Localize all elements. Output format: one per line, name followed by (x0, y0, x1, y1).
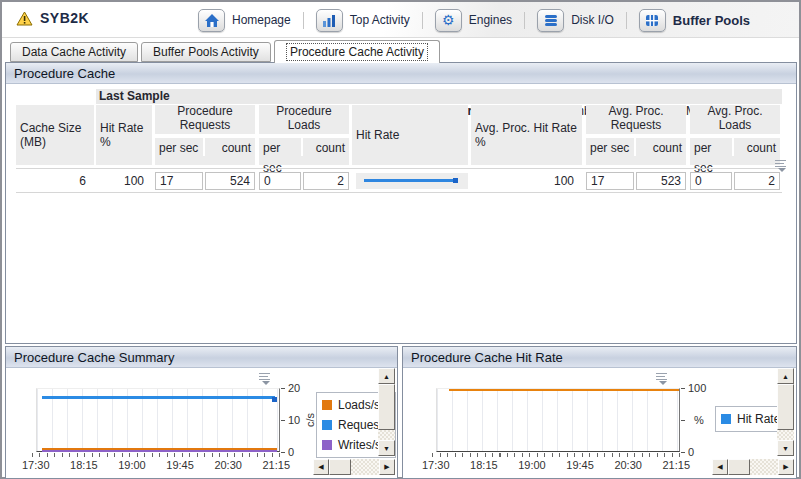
nav-item-disk-io[interactable]: Disk I/O (537, 9, 614, 32)
y-tick (681, 388, 685, 389)
legend-swatch (721, 414, 731, 424)
nav-label: Homepage (232, 13, 291, 27)
bar-chart-icon (316, 9, 343, 32)
subheader-count: count (303, 136, 349, 156)
scroll-up-button[interactable]: ▲ (777, 368, 794, 384)
col-header-avg-hit-rate: Avg. Proc. Hit Rate % (471, 105, 582, 165)
procedure-cache-table: Last Sample Time Range Period: Monday, N… (16, 89, 782, 195)
legend-label: Writes/s (338, 438, 381, 452)
tab-data-cache-activity[interactable]: Data Cache Activity (10, 42, 138, 62)
nav-item-engines[interactable]: ⚙ Engines (435, 9, 512, 32)
application-window: SYB2K Homepage (0, 0, 801, 479)
y-tick-label: 10 (288, 414, 300, 426)
procedure-cache-hit-rate-panel: Procedure Cache Hit Rate 100 0 % 17:30 1… (402, 346, 797, 479)
horizontal-scrollbar[interactable]: ◀ ▶ (712, 459, 794, 475)
scrollbar-thumb[interactable] (329, 459, 351, 475)
cell-hit-rate: 100 (96, 171, 152, 191)
subheader-per-sec: per sec (259, 136, 301, 156)
row-divider (16, 192, 782, 193)
summary-chart: 20 10 0 c/s 17:30 18:15 19:00 19:45 20:3… (6, 368, 397, 478)
scrollbar-thumb[interactable] (378, 384, 395, 430)
table-menu-icon[interactable] (774, 159, 788, 172)
x-tick-label: 21:15 (662, 459, 690, 471)
main-navigation: Homepage Top Activity ⚙ Engines (198, 2, 750, 38)
scrollbar-track[interactable] (378, 430, 395, 440)
panel-title: Procedure Cache Hit Rate (403, 347, 796, 368)
vertical-scrollbar[interactable]: ▲ ▼ (777, 368, 794, 456)
scrollbar-thumb[interactable] (777, 384, 794, 430)
subheader-count: count (636, 136, 686, 156)
panel-title: Procedure Cache Summary (6, 347, 397, 368)
horizontal-scrollbar[interactable]: ◀ ▶ (313, 459, 395, 475)
scrollbar-thumb[interactable] (728, 459, 750, 475)
cell-proc-requests-count: 524 (205, 172, 255, 190)
nav-separator (422, 12, 423, 29)
scrollbar-track[interactable] (750, 459, 778, 475)
tab-label: Procedure Cache Activity (286, 43, 428, 61)
scrollbar-track[interactable] (351, 459, 379, 475)
scroll-left-button[interactable]: ◀ (313, 459, 329, 475)
legend-swatch (322, 440, 332, 450)
nav-separator (524, 12, 525, 29)
scroll-left-button[interactable]: ◀ (712, 459, 728, 475)
procedure-cache-summary-panel: Procedure Cache Summary 20 10 0 c/s 17:3… (5, 346, 398, 479)
warning-icon (16, 11, 33, 26)
subheader-count: count (205, 136, 255, 156)
nav-item-homepage[interactable]: Homepage (198, 9, 291, 32)
x-tick-label: 17:30 (422, 459, 450, 471)
nav-label: Top Activity (350, 13, 410, 27)
tab-buffer-pools-activity[interactable]: Buffer Pools Activity (141, 42, 271, 62)
col-header-hit-rate-graph: Hit Rate (352, 105, 468, 165)
scroll-right-button[interactable]: ▶ (778, 459, 794, 475)
cell-cache-size: 6 (16, 171, 94, 191)
scroll-up-button[interactable]: ▲ (378, 368, 395, 384)
chart-menu-icon[interactable] (258, 372, 272, 385)
scroll-down-button[interactable]: ▼ (777, 440, 794, 456)
scroll-right-button[interactable]: ▶ (379, 459, 395, 475)
server-name: SYB2K (40, 10, 89, 26)
server-block: SYB2K (16, 10, 89, 26)
buffer-pools-icon (639, 9, 666, 32)
hit-rate-chart: 100 0 % 17:30 18:15 19:00 19:45 20:30 21… (403, 368, 796, 478)
hit-rate-sparkline (356, 173, 468, 189)
x-tick-label: 17:30 (22, 459, 50, 471)
col-header-avg-requests: Avg. Proc. Requests (586, 105, 686, 134)
legend-swatch (322, 400, 332, 410)
row-divider (16, 168, 782, 169)
nav-label: Disk I/O (571, 13, 614, 27)
group-header-last-sample: Last Sample (96, 89, 352, 104)
cell-avg-hit-rate: 100 (471, 171, 582, 191)
scroll-down-button[interactable]: ▼ (378, 440, 395, 456)
x-axis-ticks (32, 453, 284, 457)
y-tick-label: 20 (288, 382, 300, 394)
cell-avg-requests-count: 523 (636, 172, 686, 190)
subheader-count: count (734, 136, 780, 156)
y-tick-label: 0 (288, 446, 294, 458)
tab-bar: Data Cache Activity Buffer Pools Activit… (10, 40, 440, 62)
cell-proc-loads-per-sec: 0 (259, 172, 301, 190)
col-header-proc-loads: Procedure Loads (259, 105, 349, 134)
tab-procedure-cache-activity[interactable]: Procedure Cache Activity (274, 40, 440, 63)
vertical-scrollbar[interactable]: ▲ ▼ (378, 368, 395, 456)
gears-icon: ⚙ (435, 9, 462, 32)
chart-menu-icon[interactable] (655, 372, 669, 385)
x-axis-labels: 17:30 18:15 19:00 19:45 20:30 21:15 (22, 459, 290, 471)
col-header-hit-rate: Hit Rate % (96, 105, 152, 165)
nav-label: Engines (469, 13, 512, 27)
y-tick (681, 420, 685, 421)
y-axis-unit: c/s (304, 413, 316, 427)
x-tick-label: 20:30 (614, 459, 642, 471)
plot-area (36, 388, 280, 452)
x-tick-label: 18:15 (470, 459, 498, 471)
cell-proc-requests-per-sec: 17 (155, 172, 203, 190)
scrollbar-track[interactable] (777, 430, 794, 440)
nav-item-top-activity[interactable]: Top Activity (316, 9, 410, 32)
y-tick (281, 420, 285, 421)
nav-item-buffer-pools[interactable]: Buffer Pools (639, 9, 750, 32)
sparkline-bar (364, 179, 454, 182)
subheader-per-sec: per sec (690, 136, 732, 156)
header-filler (155, 156, 255, 165)
series-requests-line (42, 396, 275, 399)
x-tick-label: 19:45 (566, 459, 594, 471)
y-axis-unit: % (694, 414, 704, 426)
